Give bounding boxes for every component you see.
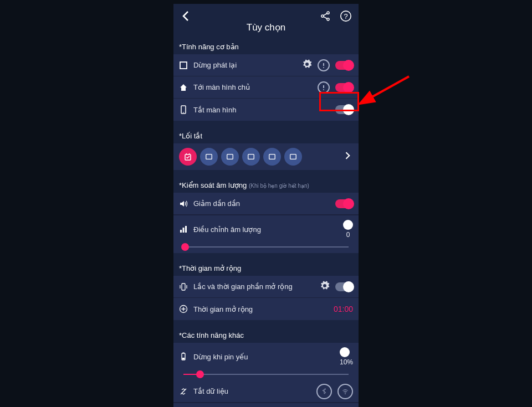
alert-icon[interactable] bbox=[318, 59, 330, 71]
svg-point-1 bbox=[321, 15, 324, 17]
wifi-icon[interactable] bbox=[337, 384, 353, 399]
shortcut-slot-active[interactable] bbox=[179, 148, 197, 166]
shortcut-slot-empty[interactable] bbox=[242, 148, 260, 166]
volume-icon bbox=[179, 199, 188, 208]
svg-point-7 bbox=[323, 67, 324, 68]
row-stop-playback[interactable]: Dừng phát lại bbox=[173, 54, 359, 76]
page-title: Tùy chọn bbox=[173, 22, 359, 33]
plus-circle-icon bbox=[179, 305, 188, 313]
row-shake[interactable]: Lắc và thời gian phần mở rộng bbox=[173, 276, 359, 298]
svg-point-9 bbox=[323, 89, 324, 90]
bars-icon bbox=[179, 225, 188, 234]
row-volume-adjust[interactable]: Điều chỉnh âm lượng 0 bbox=[173, 215, 359, 253]
row-low-battery[interactable]: Dừng khi pin yếu 10% bbox=[173, 343, 359, 380]
low-battery-value: 10% bbox=[340, 358, 353, 366]
row-label: Lắc và thời gian phần mở rộng bbox=[193, 282, 320, 291]
annotation-highlight bbox=[319, 92, 359, 111]
section-extend: *Thời gian mở rộng Lắc và thời gian phần… bbox=[173, 261, 359, 320]
svg-rect-16 bbox=[269, 154, 275, 159]
section-other: *Các tính năng khác Dừng khi pin yếu 10% bbox=[173, 328, 359, 407]
chevron-right-icon[interactable] bbox=[342, 150, 353, 163]
svg-rect-5 bbox=[180, 62, 187, 69]
svg-rect-17 bbox=[290, 154, 296, 159]
bluetooth-icon[interactable] bbox=[316, 384, 332, 399]
svg-rect-21 bbox=[182, 284, 185, 290]
row-data-off[interactable]: Tắt dữ liệu bbox=[173, 380, 359, 403]
svg-rect-18 bbox=[180, 230, 182, 233]
gear-icon[interactable] bbox=[320, 281, 330, 293]
row-label: Dừng khi pin yếu bbox=[193, 353, 340, 361]
toggle-stop-playback[interactable] bbox=[335, 61, 353, 70]
svg-rect-25 bbox=[182, 358, 185, 359]
row-label: Tắt dữ liệu bbox=[193, 387, 316, 395]
section-volume: *Kiểm soát âm lượng (Khi bộ hẹn giờ hết … bbox=[173, 178, 359, 253]
section-shortcut: *Lối tắt bbox=[173, 128, 359, 170]
row-extend-time[interactable]: Thời gian mở rộng 01:00 bbox=[173, 298, 359, 320]
svg-rect-24 bbox=[183, 353, 185, 354]
annotation-arrow bbox=[359, 72, 415, 111]
svg-point-2 bbox=[327, 18, 329, 20]
svg-rect-19 bbox=[183, 228, 185, 233]
extend-time-value: 01:00 bbox=[334, 305, 353, 313]
row-label: Điều chỉnh âm lượng bbox=[193, 225, 343, 234]
row-label: Tắt màn hình bbox=[193, 106, 335, 114]
svg-rect-15 bbox=[248, 154, 254, 159]
svg-rect-13 bbox=[206, 154, 212, 159]
svg-rect-14 bbox=[227, 154, 233, 159]
toggle-shake[interactable] bbox=[335, 282, 353, 291]
home-icon bbox=[179, 83, 188, 92]
section-header-basic: *Tính năng cơ bản bbox=[173, 39, 359, 54]
section-header-other: *Các tính năng khác bbox=[173, 328, 359, 343]
battery-slider[interactable] bbox=[183, 374, 349, 375]
data-off-icon bbox=[179, 387, 188, 396]
row-label: Giảm dần dần bbox=[193, 199, 335, 208]
svg-rect-20 bbox=[185, 226, 187, 233]
shortcut-slot-empty[interactable] bbox=[284, 148, 302, 166]
stop-icon bbox=[179, 61, 188, 70]
row-label: Tới màn hình chủ bbox=[193, 83, 318, 91]
volume-slider[interactable] bbox=[183, 246, 349, 248]
section-header-volume: *Kiểm soát âm lượng (Khi bộ hẹn giờ hết … bbox=[173, 178, 359, 193]
gear-icon[interactable] bbox=[302, 59, 312, 71]
phone-icon bbox=[179, 105, 188, 114]
toggle-home[interactable] bbox=[335, 83, 353, 92]
svg-point-11 bbox=[183, 112, 184, 113]
vibrate-icon bbox=[179, 282, 188, 291]
volume-value: 0 bbox=[343, 231, 353, 239]
toggle-low-battery[interactable] bbox=[340, 347, 350, 357]
row-fade[interactable]: Giảm dần dần bbox=[173, 193, 359, 215]
shortcut-slot-empty[interactable] bbox=[200, 148, 218, 166]
toggle-volume-adjust[interactable] bbox=[343, 220, 353, 230]
row-pause[interactable]: Tạm dừng (Khởi động lại thời gian) 10 ph… bbox=[173, 403, 359, 407]
svg-line-29 bbox=[369, 76, 409, 99]
row-label: Dừng phát lại bbox=[193, 61, 302, 69]
shortcut-slot-empty[interactable] bbox=[221, 148, 239, 166]
toggle-fade[interactable] bbox=[335, 199, 353, 208]
battery-icon bbox=[179, 352, 188, 361]
shortcuts-row[interactable] bbox=[173, 143, 359, 170]
svg-text:?: ? bbox=[344, 12, 347, 20]
shortcut-slot-empty[interactable] bbox=[263, 148, 281, 166]
row-label: Thời gian mở rộng bbox=[193, 305, 334, 313]
section-header-shortcut: *Lối tắt bbox=[173, 128, 359, 143]
section-header-extend: *Thời gian mở rộng bbox=[173, 261, 359, 276]
svg-point-0 bbox=[327, 12, 329, 14]
svg-point-26 bbox=[345, 393, 346, 394]
phone-screen: ? Tùy chọn *Tính năng cơ bản Dừng phát l… bbox=[173, 4, 359, 403]
